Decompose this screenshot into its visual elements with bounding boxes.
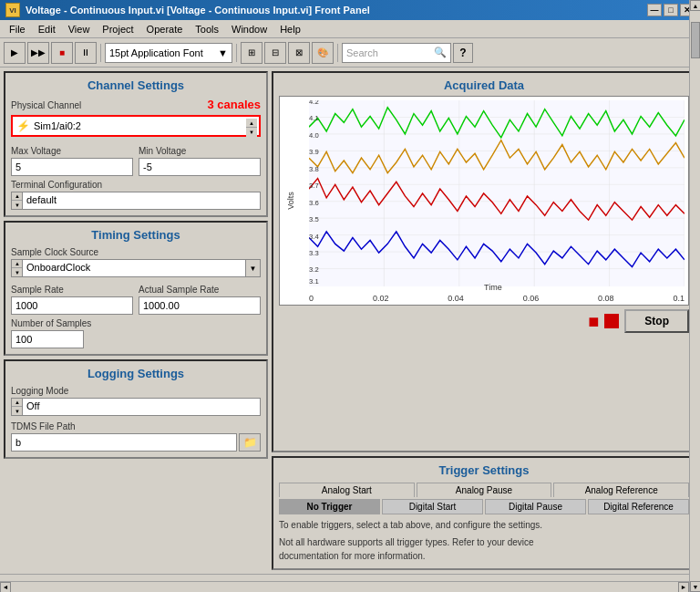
canales-annotation: 3 canales	[207, 98, 261, 111]
channel-settings-panel: Channel Settings Physical Channel 3 cana…	[4, 71, 268, 217]
sample-rate-label: Sample Rate	[11, 285, 133, 295]
resize-button[interactable]: ⊠	[288, 42, 310, 64]
toolbar-divider-3	[337, 44, 338, 62]
toolbar-divider-1	[100, 44, 101, 62]
x-tick-4: 0.08	[598, 294, 614, 303]
svg-text:3.4: 3.4	[309, 232, 319, 240]
trigger-tab-analog-reference[interactable]: Analog Reference	[553, 483, 689, 497]
pause-button[interactable]: ⏸	[75, 42, 97, 64]
channel-up-btn[interactable]: ▲	[246, 119, 257, 128]
trigger-tab-analog-start[interactable]: Analog Start	[279, 483, 415, 497]
run-button[interactable]: ▶	[4, 42, 26, 64]
menu-edit[interactable]: Edit	[33, 22, 61, 36]
timing-settings-title: Timing Settings	[11, 228, 261, 242]
stop-indicator	[604, 314, 619, 328]
trigger-tab-no-trigger[interactable]: No Trigger	[279, 499, 380, 514]
channel-settings-title: Channel Settings	[11, 78, 261, 92]
trigger-tab-digital-reference[interactable]: Digital Reference	[588, 499, 689, 514]
distribute-button[interactable]: ⊟	[264, 42, 286, 64]
clock-source-value: OnboardClock	[22, 259, 246, 277]
sample-rate-input[interactable]	[11, 296, 133, 315]
scroll-up-button[interactable]: ▲	[690, 0, 700, 11]
num-samples-label: Number of Samples	[11, 318, 261, 328]
menu-window[interactable]: Window	[226, 22, 273, 36]
max-voltage-group: Max Voltage	[11, 142, 133, 176]
align-button[interactable]: ⊞	[241, 42, 262, 64]
chart-y-label: Volts	[286, 192, 295, 210]
vertical-scrollbar[interactable]: ▲ ▼	[689, 0, 700, 592]
font-selector[interactable]: 15pt Application Font ▼	[105, 43, 232, 63]
channel-icon: ⚡	[16, 119, 30, 132]
minimize-button[interactable]: —	[647, 4, 662, 16]
help-button[interactable]: ?	[453, 43, 473, 63]
maximize-button[interactable]: □	[664, 4, 678, 16]
trigger-tab-digital-pause[interactable]: Digital Pause	[485, 499, 586, 514]
clock-source-label: Sample Clock Source	[11, 247, 261, 257]
timing-settings-panel: Timing Settings Sample Clock Source ▲ ▼ …	[4, 221, 268, 356]
color-button[interactable]: 🎨	[312, 42, 334, 64]
svg-text:3.6: 3.6	[309, 199, 319, 207]
terminal-config-value: default	[22, 192, 261, 210]
trigger-tab-digital-start[interactable]: Digital Start	[382, 499, 483, 514]
physical-channel-value: Sim1/ai0:2	[34, 120, 81, 131]
svg-text:3.9: 3.9	[309, 148, 319, 156]
min-voltage-label: Min Voltage	[139, 146, 261, 156]
menu-file[interactable]: File	[4, 22, 31, 36]
terminal-config-select[interactable]: ▲ ▼ default	[11, 192, 261, 210]
menu-view[interactable]: View	[63, 22, 96, 36]
run-continuously-button[interactable]: ▶▶	[27, 42, 49, 64]
clock-arrow[interactable]: ▼	[246, 259, 261, 277]
title-left: VI Voltage - Continuous Input.vi [Voltag…	[5, 3, 370, 17]
logging-settings-panel: Logging Settings Logging Mode ▲ ▼ Off TD…	[4, 359, 268, 459]
browse-button[interactable]: 📁	[239, 433, 261, 452]
logging-mode-label: Logging Mode	[11, 386, 261, 396]
scroll-thumb[interactable]	[691, 22, 700, 58]
num-samples-input[interactable]	[11, 330, 84, 348]
x-tick-5: 0.1	[673, 294, 685, 303]
search-icon: 🔍	[434, 47, 447, 58]
menu-operate[interactable]: Operate	[141, 22, 189, 36]
toolbar-divider-2	[236, 44, 237, 62]
min-voltage-group: Min Voltage	[139, 142, 261, 176]
window-controls: — □ ✕	[647, 4, 695, 16]
x-tick-3: 0.06	[523, 294, 540, 303]
svg-text:3.8: 3.8	[309, 165, 319, 173]
file-path-row: 📁	[11, 433, 261, 452]
abort-button[interactable]: ■	[51, 42, 73, 64]
chart-area: Volts	[279, 96, 689, 306]
right-panel: Acquired Data Volts	[272, 71, 696, 570]
trigger-tab-analog-pause[interactable]: Analog Pause	[417, 483, 552, 497]
chart-bottom: ■ Stop	[279, 309, 689, 333]
actual-rate-group: Actual Sample Rate	[139, 281, 261, 315]
title-bar: VI Voltage - Continuous Input.vi [Voltag…	[0, 0, 700, 20]
stop-button[interactable]: Stop	[624, 309, 689, 333]
clock-source-select[interactable]: ▲ ▼ OnboardClock ▼	[11, 259, 261, 277]
min-voltage-input[interactable]	[139, 158, 261, 176]
physical-channel-field[interactable]: ⚡ Sim1/ai0:2 ▲ ▼	[11, 115, 261, 137]
font-dropdown-icon[interactable]: ▼	[218, 47, 228, 58]
channel-header-row: Physical Channel 3 canales	[11, 98, 261, 111]
max-voltage-input[interactable]	[11, 158, 133, 176]
x-axis-label: Time	[484, 283, 502, 292]
menu-tools[interactable]: Tools	[190, 22, 224, 36]
window-title: Voltage - Continuous Input.vi [Voltage -…	[26, 5, 370, 16]
max-voltage-label: Max Voltage	[11, 146, 133, 156]
x-tick-2: 0.04	[448, 294, 464, 303]
svg-text:3.1: 3.1	[309, 277, 319, 286]
voltage-row: Max Voltage Min Voltage	[11, 142, 261, 176]
search-box[interactable]: Search 🔍	[342, 43, 451, 63]
actual-rate-input[interactable]	[139, 296, 261, 315]
chart-title: Acquired Data	[279, 78, 689, 92]
logging-mode-select[interactable]: ▲ ▼ Off	[11, 398, 261, 416]
trigger-tabs-row2: No Trigger Digital Start Digital Pause D…	[279, 499, 689, 514]
channel-down-btn[interactable]: ▼	[246, 128, 257, 137]
menu-help[interactable]: Help	[274, 22, 306, 36]
trigger-title: Trigger Settings	[279, 463, 689, 477]
menu-project[interactable]: Project	[97, 22, 139, 36]
scroll-left-button[interactable]: ◄	[0, 582, 11, 593]
search-label: Search	[346, 47, 378, 58]
scroll-down-button[interactable]: ▼	[690, 581, 700, 592]
trigger-panel: Trigger Settings Analog Start Analog Pau…	[272, 456, 696, 570]
file-path-input[interactable]	[11, 433, 237, 452]
scroll-right-button[interactable]: ►	[678, 582, 689, 593]
